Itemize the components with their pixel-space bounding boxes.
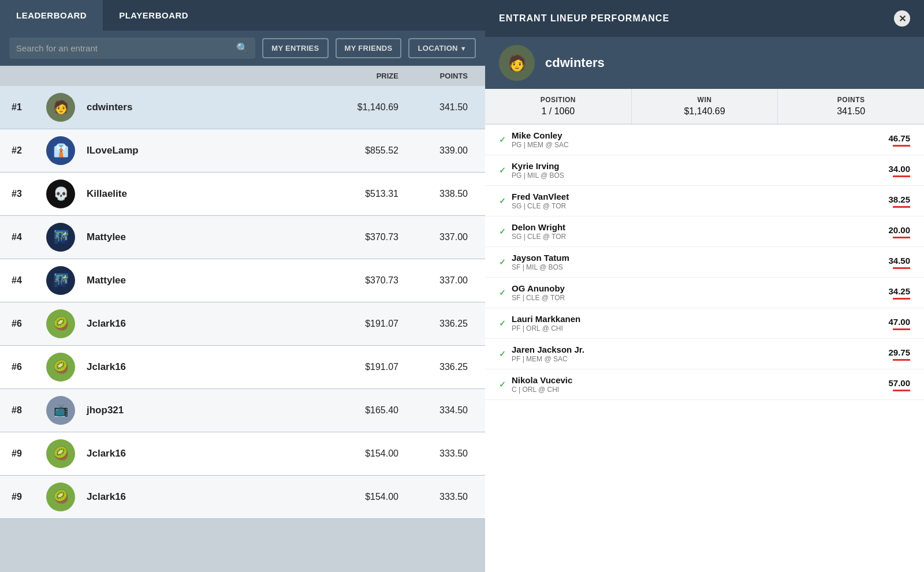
list-item[interactable]: ✓ Mike Conley PG | MEM @ SAC 46.75 bbox=[485, 125, 924, 155]
avatar: 🌃 bbox=[46, 223, 75, 252]
list-item[interactable]: ✓ Jaren Jackson Jr. PF | MEM @ SAC 29.75 bbox=[485, 339, 924, 369]
player-meta: C | ORL @ CHI bbox=[512, 386, 875, 394]
list-item[interactable]: ✓ Fred VanVleet SG | CLE @ TOR 38.25 bbox=[485, 186, 924, 216]
list-item[interactable]: ✓ Delon Wright SG | CLE @ TOR 20.00 bbox=[485, 216, 924, 247]
points-cell: 333.50 bbox=[398, 492, 474, 502]
tab-leaderboard[interactable]: LEADERBOARD bbox=[0, 0, 103, 31]
points-cell: 336.25 bbox=[398, 362, 474, 372]
win-label: WIN bbox=[638, 96, 772, 104]
rank-cell: #6 bbox=[12, 362, 46, 372]
check-icon: ✓ bbox=[499, 288, 506, 297]
username-cell: Jclark16 bbox=[81, 491, 306, 503]
check-icon: ✓ bbox=[499, 166, 506, 175]
avatar-cell: 💀 bbox=[46, 180, 81, 208]
entrant-avatar: 🧑 bbox=[499, 45, 535, 81]
player-info: Fred VanVleet SG | CLE @ TOR bbox=[512, 192, 875, 210]
search-box: 🔍 bbox=[9, 38, 255, 59]
list-item[interactable]: ✓ Jayson Tatum SF | MIL @ BOS 34.50 bbox=[485, 247, 924, 278]
table-row[interactable]: #4 🌃 Mattylee $370.73 337.00 bbox=[0, 259, 485, 302]
rank-cell: #8 bbox=[12, 405, 46, 416]
player-meta: PG | MIL @ BOS bbox=[512, 171, 875, 180]
player-list: ✓ Mike Conley PG | MEM @ SAC 46.75 ✓ Kyr… bbox=[485, 125, 924, 572]
player-points: 38.25 bbox=[875, 195, 910, 204]
check-icon: ✓ bbox=[499, 227, 506, 236]
tab-playerboard[interactable]: PLAYERBOARD bbox=[103, 0, 204, 31]
list-item[interactable]: ✓ Lauri Markkanen PF | ORL @ CHI 47.00 bbox=[485, 308, 924, 339]
check-icon: ✓ bbox=[499, 319, 506, 328]
player-name: Delon Wright bbox=[512, 222, 875, 232]
points-cell: 337.00 bbox=[398, 275, 474, 286]
points-cell: 341.50 bbox=[398, 102, 474, 113]
username-cell: jhop321 bbox=[81, 405, 306, 416]
player-name: Kyrie Irving bbox=[512, 161, 875, 171]
check-icon: ✓ bbox=[499, 196, 506, 205]
prize-cell: $154.00 bbox=[306, 492, 398, 502]
prize-cell: $191.07 bbox=[306, 319, 398, 329]
rank-cell: #9 bbox=[12, 448, 46, 459]
points-cell: 333.50 bbox=[398, 448, 474, 459]
player-points: 20.00 bbox=[875, 225, 910, 235]
avatar-cell: 📺 bbox=[46, 396, 81, 425]
list-item[interactable]: ✓ OG Anunoby SF | CLE @ TOR 34.25 bbox=[485, 278, 924, 308]
prize-cell: $370.73 bbox=[306, 232, 398, 242]
player-bar bbox=[893, 175, 910, 177]
player-info: Mike Conley PG | MEM @ SAC bbox=[512, 130, 875, 149]
player-points: 46.75 bbox=[875, 133, 910, 143]
table-row[interactable]: #9 🥝 Jclark16 $154.00 333.50 bbox=[0, 432, 485, 476]
player-meta: SG | CLE @ TOR bbox=[512, 233, 875, 241]
avatar-cell: 🥝 bbox=[46, 353, 81, 382]
right-panel: ENTRANT LINEUP PERFORMANCE ✕ 🧑 cdwinters… bbox=[485, 0, 924, 572]
search-button[interactable]: 🔍 bbox=[236, 42, 248, 54]
points-cell: 338.50 bbox=[398, 189, 474, 199]
table-row[interactable]: #1 🧑 cdwinters $1,140.69 341.50 bbox=[0, 86, 485, 129]
player-name: Mike Conley bbox=[512, 130, 875, 140]
table-row[interactable]: #9 🥝 Jclark16 $154.00 333.50 bbox=[0, 476, 485, 519]
my-friends-button[interactable]: MY FRIENDS bbox=[336, 38, 402, 58]
player-points-container: 34.25 bbox=[875, 286, 910, 300]
entrant-name: cdwinters bbox=[545, 55, 605, 70]
search-input[interactable] bbox=[16, 43, 232, 53]
player-name: Lauri Markkanen bbox=[512, 314, 875, 324]
check-icon: ✓ bbox=[499, 380, 506, 389]
player-points: 34.50 bbox=[875, 256, 910, 266]
stat-win: WIN $1,140.69 bbox=[632, 89, 778, 124]
win-value: $1,140.69 bbox=[638, 106, 772, 117]
position-value: 1 / 1060 bbox=[491, 106, 625, 117]
avatar: 🥝 bbox=[46, 309, 75, 338]
rank-cell: #9 bbox=[12, 492, 46, 502]
list-item[interactable]: ✓ Kyrie Irving PG | MIL @ BOS 34.00 bbox=[485, 155, 924, 186]
avatar: 👔 bbox=[46, 136, 75, 165]
player-meta: SG | CLE @ TOR bbox=[512, 202, 875, 210]
table-row[interactable]: #8 📺 jhop321 $165.40 334.50 bbox=[0, 389, 485, 432]
table-row[interactable]: #6 🥝 Jclark16 $191.07 336.25 bbox=[0, 302, 485, 346]
table-row[interactable]: #2 👔 ILoveLamp $855.52 339.00 bbox=[0, 129, 485, 173]
table-row[interactable]: #4 🌃 Mattylee $370.73 337.00 bbox=[0, 216, 485, 259]
table-row[interactable]: #6 🥝 Jclark16 $191.07 336.25 bbox=[0, 346, 485, 389]
entrant-profile: 🧑 cdwinters bbox=[485, 37, 924, 89]
avatar-cell: 🥝 bbox=[46, 439, 81, 468]
player-info: Jaren Jackson Jr. PF | MEM @ SAC bbox=[512, 345, 875, 363]
player-points-container: 47.00 bbox=[875, 317, 910, 330]
close-button[interactable]: ✕ bbox=[894, 10, 910, 27]
player-points: 47.00 bbox=[875, 317, 910, 327]
player-points-container: 38.25 bbox=[875, 195, 910, 208]
list-item[interactable]: ✓ Nikola Vucevic C | ORL @ CHI 57.00 bbox=[485, 369, 924, 400]
location-button[interactable]: LOCATION ▼ bbox=[408, 38, 476, 58]
player-meta: PF | ORL @ CHI bbox=[512, 324, 875, 332]
player-bar bbox=[893, 206, 910, 208]
player-name: Nikola Vucevic bbox=[512, 375, 875, 385]
prize-cell: $1,140.69 bbox=[306, 102, 398, 113]
player-bar bbox=[893, 267, 910, 269]
points-label: POINTS bbox=[784, 96, 918, 104]
player-info: Jayson Tatum SF | MIL @ BOS bbox=[512, 253, 875, 271]
player-points: 34.00 bbox=[875, 164, 910, 174]
username-cell: Jclark16 bbox=[81, 448, 306, 459]
avatar-cell: 🌃 bbox=[46, 266, 81, 295]
player-points: 57.00 bbox=[875, 378, 910, 388]
username-cell: Killaelite bbox=[81, 188, 306, 200]
search-bar-row: 🔍 MY ENTRIES MY FRIENDS LOCATION ▼ bbox=[0, 31, 485, 66]
leaderboard-list: #1 🧑 cdwinters $1,140.69 341.50 #2 👔 ILo… bbox=[0, 86, 485, 572]
table-row[interactable]: #3 💀 Killaelite $513.31 338.50 bbox=[0, 173, 485, 216]
my-entries-button[interactable]: MY ENTRIES bbox=[262, 38, 328, 58]
rank-cell: #6 bbox=[12, 319, 46, 329]
